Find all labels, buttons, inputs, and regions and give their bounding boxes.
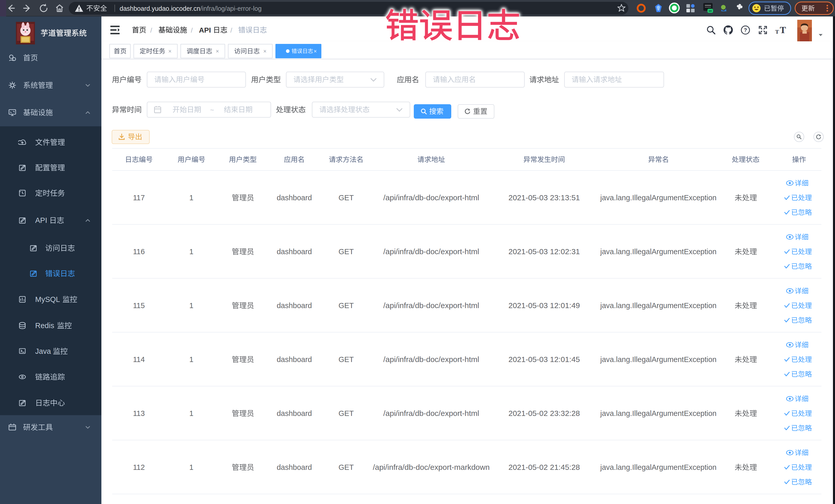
svg-text:T: T bbox=[775, 28, 779, 35]
svg-text:?: ? bbox=[744, 27, 747, 33]
svg-text:on: on bbox=[709, 9, 712, 12]
svg-text:T: T bbox=[780, 25, 786, 35]
